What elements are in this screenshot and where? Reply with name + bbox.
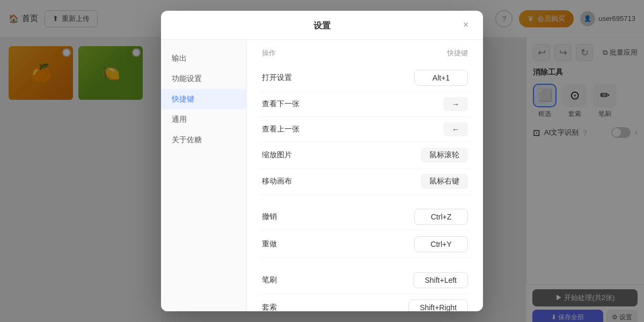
key-redo[interactable]: Ctrl+Y (414, 236, 468, 252)
nav-item-about[interactable]: 关于佐糖 (161, 130, 246, 150)
modal-nav: 输出 功能设置 快捷键 通用 关于佐糖 (161, 40, 247, 311)
key-undo[interactable]: Ctrl+Z (414, 209, 468, 225)
op-move-canvas: 移动画布 (262, 177, 292, 186)
shortcut-row-prev-image: 查看上一张 ← (260, 117, 470, 142)
modal-header: 设置 × (161, 11, 483, 40)
op-next-image: 查看下一张 (262, 99, 299, 109)
settings-modal: 设置 × 输出 功能设置 快捷键 通用 关于佐糖 操作 快捷键 打开设置 Alt… (161, 11, 483, 311)
shortcut-row-next-image: 查看下一张 → (260, 92, 470, 117)
op-lasso: 套索 (262, 303, 277, 311)
shortcut-table-header: 操作 快捷键 (260, 48, 470, 58)
nav-item-shortcuts[interactable]: 快捷键 (161, 89, 246, 109)
key-move-canvas[interactable]: 鼠标右键 (421, 174, 468, 189)
shortcut-row-brush: 笔刷 Shift+Left (260, 267, 470, 294)
shortcut-row-zoom: 缩放图片 鼠标滚轮 (260, 142, 470, 169)
modal-title: 设置 (313, 20, 331, 32)
shortcut-row-redo: 重做 Ctrl+Y (260, 231, 470, 258)
shortcut-row-open-settings: 打开设置 Alt+1 (260, 64, 470, 92)
op-prev-image: 查看上一张 (262, 125, 299, 134)
op-redo: 重做 (262, 239, 277, 249)
shortcut-row-lasso: 套索 Shift+Right (260, 294, 470, 311)
key-zoom[interactable]: 鼠标滚轮 (421, 148, 468, 163)
key-lasso[interactable]: Shift+Right (408, 299, 468, 311)
op-open-settings: 打开设置 (262, 73, 292, 83)
key-next-image[interactable]: → (443, 97, 468, 111)
key-brush[interactable]: Shift+Left (413, 272, 468, 288)
shortcut-row-undo: 撤销 Ctrl+Z (260, 203, 470, 231)
key-prev-image[interactable]: ← (443, 122, 468, 136)
shortcut-row-move-canvas: 移动画布 鼠标右键 (260, 169, 470, 195)
col-key-header: 快捷键 (447, 48, 468, 58)
nav-item-output[interactable]: 输出 (161, 48, 246, 69)
shortcut-spacer-2 (260, 258, 470, 267)
nav-item-general[interactable]: 通用 (161, 109, 246, 130)
op-undo: 撤销 (262, 212, 277, 222)
nav-item-features[interactable]: 功能设置 (161, 69, 246, 89)
op-brush: 笔刷 (262, 275, 277, 285)
key-open-settings[interactable]: Alt+1 (414, 70, 468, 86)
shortcut-spacer-1 (260, 195, 470, 203)
op-zoom: 缩放图片 (262, 150, 292, 160)
modal-content-area: 操作 快捷键 打开设置 Alt+1 查看下一张 → 查看上一张 ← 缩放图片 鼠… (247, 40, 483, 311)
modal-close-button[interactable]: × (458, 18, 473, 33)
modal-body: 输出 功能设置 快捷键 通用 关于佐糖 操作 快捷键 打开设置 Alt+1 查看… (161, 40, 483, 311)
col-op-header: 操作 (262, 48, 276, 58)
